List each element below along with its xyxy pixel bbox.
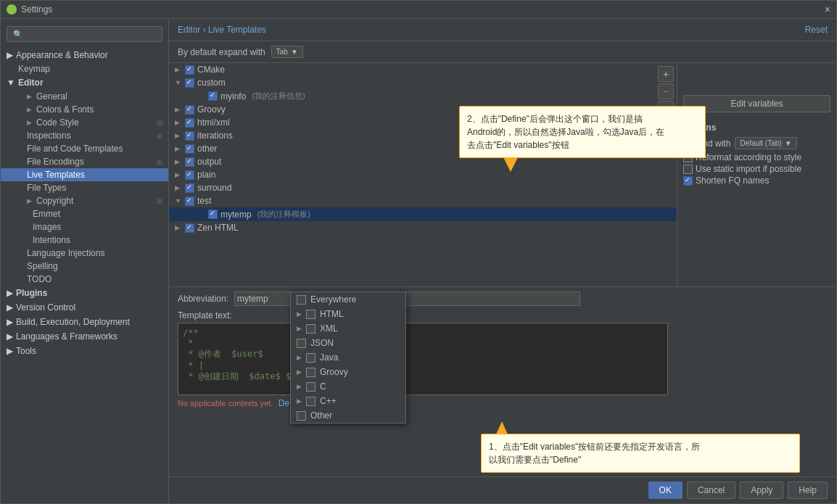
tpl-plain[interactable]: ▶ plain — [169, 168, 677, 181]
tpl-custom[interactable]: ▼ custom — [169, 76, 677, 89]
sidebar-item-build[interactable]: ▶ Build, Execution, Deployment — [1, 315, 168, 329]
sidebar-item-spelling[interactable]: Spelling — [1, 260, 168, 273]
sidebar-item-colors-fonts[interactable]: ▶ Colors & Fonts — [1, 103, 168, 116]
shorten-fq-checkbox[interactable] — [683, 176, 693, 186]
ctx-check-java[interactable] — [306, 353, 316, 363]
sidebar-item-copyright[interactable]: ▶ Copyright ⊞ — [1, 194, 168, 207]
sidebar-item-file-types[interactable]: File Types — [1, 181, 168, 194]
ctx-expand-icon: ▶ — [297, 354, 302, 361]
toolbar: By default expand with Tab ▼ — [169, 41, 836, 63]
ctx-check-other[interactable] — [297, 411, 306, 421]
tpl-checkbox[interactable] — [208, 91, 218, 101]
remove-button[interactable]: − — [658, 83, 674, 99]
close-button[interactable]: × — [825, 4, 830, 15]
ctx-check-c[interactable] — [306, 382, 316, 392]
sidebar-item-intentions[interactable]: Intentions — [1, 234, 168, 247]
ctx-check-cpp[interactable] — [306, 397, 316, 406]
sidebar-item-label: Version Control — [16, 302, 75, 313]
tpl-name: myinfo — [220, 91, 246, 102]
copy-icon: ⊞ — [157, 197, 162, 205]
title-bar: Settings × — [1, 1, 836, 19]
apply-button[interactable]: Apply — [740, 482, 783, 499]
expand-with-val: Default (Tab) — [740, 139, 781, 147]
sidebar-item-keymap[interactable]: Keymap — [1, 62, 168, 75]
tpl-checkbox[interactable] — [185, 65, 194, 75]
ctx-check-groovy[interactable] — [306, 368, 316, 377]
sidebar-item-file-encodings[interactable]: File Encodings ⊞ — [1, 155, 168, 168]
sidebar-item-emmet[interactable]: Emmet — [1, 207, 168, 220]
sidebar-item-live-templates[interactable]: Live Templates — [1, 168, 168, 181]
ctx-cpp[interactable]: ▶ C++ — [291, 394, 405, 408]
tpl-myinfo[interactable]: myinfo (我的注释信息) — [169, 89, 677, 103]
ok-button[interactable]: OK — [648, 482, 683, 499]
add-button[interactable]: + — [658, 66, 674, 82]
ctx-c[interactable]: ▶ C — [291, 379, 405, 394]
sidebar-item-label: Copyright — [36, 196, 73, 206]
tpl-checkbox[interactable] — [185, 105, 194, 115]
tpl-sub: (我的注释模板) — [257, 209, 310, 220]
tpl-test[interactable]: ▼ test — [169, 194, 677, 207]
sidebar-item-tools[interactable]: ▶ Tools — [1, 344, 168, 358]
abbrev-row: Abbreviation: mytemp ▼ ion: Everywhere — [178, 292, 828, 306]
context-dropdown: Everywhere ▶ HTML ▶ XML — [290, 292, 406, 424]
tpl-checkbox[interactable] — [185, 131, 194, 141]
tpl-cmake[interactable]: ▶ CMake — [169, 63, 677, 76]
ctx-everywhere[interactable]: Everywhere — [291, 292, 405, 307]
static-import-checkbox[interactable] — [683, 165, 693, 174]
sidebar-item-label: Tools — [16, 346, 36, 356]
sidebar-item-plugins[interactable]: ▶ Plugins — [1, 286, 168, 300]
tpl-checkbox[interactable] — [185, 197, 194, 206]
ctx-label: Java — [320, 352, 338, 363]
ctx-json[interactable]: JSON — [291, 336, 405, 350]
tpl-checkbox[interactable] — [185, 157, 194, 167]
sidebar-item-todo[interactable]: TODO — [1, 273, 168, 286]
help-button[interactable]: Help — [788, 482, 828, 499]
sidebar-item-label: Keymap — [18, 64, 50, 74]
reset-button[interactable]: Reset — [805, 25, 828, 35]
tpl-mytemp[interactable]: mytemp (我的注释模板) — [169, 207, 677, 221]
sidebar-item-editor[interactable]: ▼ Editor — [1, 75, 168, 90]
sidebar-item-code-style[interactable]: ▶ Code Style ⊞ — [1, 116, 168, 129]
search-input[interactable] — [26, 29, 156, 39]
sidebar-item-file-code-templates[interactable]: File and Code Templates — [1, 142, 168, 155]
tpl-checkbox[interactable] — [208, 210, 218, 219]
cancel-button[interactable]: Cancel — [687, 482, 735, 499]
tpl-expand-icon: ▶ — [175, 158, 182, 165]
tpl-name: CMake — [197, 65, 225, 75]
search-box[interactable]: 🔍 — [7, 26, 162, 42]
ctx-check-html[interactable] — [306, 310, 316, 319]
tpl-checkbox[interactable] — [185, 144, 194, 154]
sidebar-item-images[interactable]: Images — [1, 220, 168, 234]
tpl-expand-icon: ▶ — [175, 132, 182, 139]
ctx-check-everywhere[interactable] — [297, 295, 306, 305]
ctx-xml[interactable]: ▶ XML — [291, 321, 405, 336]
ctx-groovy[interactable]: ▶ Groovy — [291, 365, 405, 379]
expand-with-value: Tab — [276, 48, 288, 56]
ctx-check-xml[interactable] — [306, 324, 316, 334]
sidebar-item-general[interactable]: ▶ General — [1, 90, 168, 103]
ctx-html[interactable]: ▶ HTML — [291, 307, 405, 321]
tpl-name: iterations — [197, 131, 233, 141]
title-bar-left: Settings — [7, 4, 52, 15]
expand-with-select[interactable]: Tab ▼ — [271, 46, 303, 58]
tpl-checkbox[interactable] — [185, 170, 194, 180]
tpl-checkbox[interactable] — [185, 223, 194, 233]
ctx-java[interactable]: ▶ Java — [291, 350, 405, 365]
ctx-check-json[interactable] — [297, 339, 306, 348]
sidebar-item-languages[interactable]: ▶ Languages & Frameworks — [1, 329, 168, 344]
ctx-other[interactable]: Other — [291, 408, 405, 423]
sidebar-item-version-control[interactable]: ▶ Version Control — [1, 300, 168, 315]
tpl-checkbox[interactable] — [185, 78, 194, 88]
tpl-checkbox[interactable] — [185, 118, 194, 128]
expand-arrow-icon: ▶ — [27, 119, 32, 126]
sidebar-item-label: Spelling — [27, 261, 58, 271]
tpl-checkbox[interactable] — [185, 183, 194, 193]
expand-with-dropdown[interactable]: Default (Tab) ▼ — [735, 137, 796, 149]
sidebar-item-lang-injections[interactable]: Language Injections — [1, 247, 168, 260]
sidebar-item-inspections[interactable]: Inspections ⊞ — [1, 129, 168, 142]
sidebar: 🔍 ▶ Appearance & Behavior Keymap ▼ Edito… — [1, 19, 169, 503]
template-text-area[interactable]: /** * * @作者 $user$ * | * @创建日期 $date$ $t — [178, 323, 668, 395]
tpl-zenhtml[interactable]: ▶ Zen HTML — [169, 221, 677, 234]
sidebar-item-appearance[interactable]: ▶ Appearance & Behavior — [1, 48, 168, 62]
tpl-surround[interactable]: ▶ surround — [169, 181, 677, 194]
